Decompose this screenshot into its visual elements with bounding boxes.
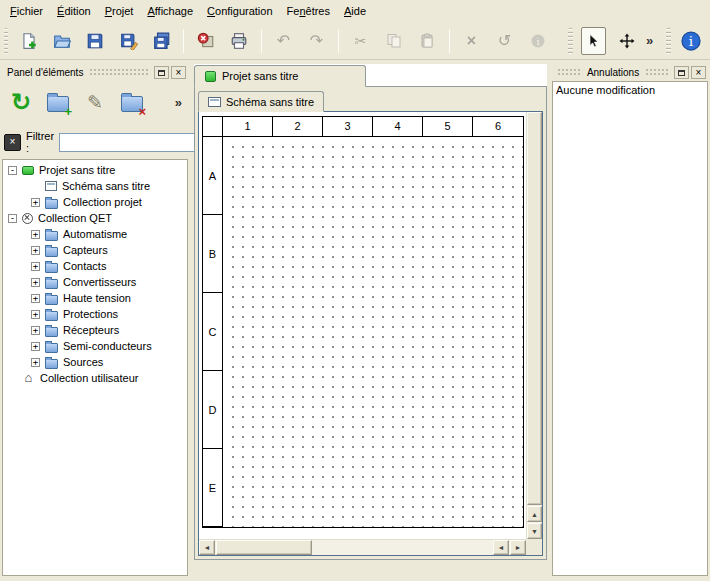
toolbar-handle[interactable] bbox=[568, 28, 572, 54]
scroll-right-button[interactable]: ► bbox=[510, 540, 526, 555]
edit-element-button[interactable]: ✎ bbox=[78, 85, 112, 119]
tree-item-capteurs[interactable]: + Capteurs bbox=[3, 242, 187, 258]
expander-icon[interactable]: - bbox=[8, 166, 17, 175]
tree-item-collection-utilisateur[interactable]: ⌂ Collection utilisateur bbox=[3, 370, 187, 386]
scroll-left-button[interactable]: ◄ bbox=[493, 540, 509, 555]
tree-item-label: Collection projet bbox=[63, 196, 142, 208]
undo-history-list[interactable]: Aucune modification bbox=[552, 81, 708, 576]
mdi-area: Projet sans titre Schéma sans titre 1 bbox=[194, 64, 547, 577]
delete-element-button[interactable]: × bbox=[115, 85, 149, 119]
elements-panel: Panel d'éléments × ↻ + ✎ × bbox=[0, 64, 191, 577]
open-button[interactable] bbox=[50, 27, 75, 55]
rotate-button[interactable]: ↺ bbox=[492, 27, 517, 55]
dock-close-button[interactable]: × bbox=[171, 66, 186, 79]
dock-grip[interactable] bbox=[557, 68, 581, 77]
save-as-button[interactable] bbox=[116, 27, 141, 55]
menu-aide[interactable]: Aide bbox=[337, 1, 373, 21]
menu-label: P bbox=[105, 5, 112, 17]
expander-icon[interactable]: + bbox=[31, 326, 40, 335]
expander-icon[interactable]: + bbox=[31, 342, 40, 351]
tree-item-recepteurs[interactable]: + Récepteurs bbox=[3, 322, 187, 338]
move-tool-button[interactable] bbox=[614, 27, 639, 55]
diagram-sheet[interactable]: 1 2 3 4 5 6 A B C D E bbox=[202, 116, 524, 528]
close-file-icon bbox=[197, 32, 215, 50]
column-label: 2 bbox=[273, 117, 323, 136]
clear-filter-button[interactable]: × bbox=[4, 134, 21, 151]
float-button[interactable] bbox=[154, 66, 169, 79]
dock-close-button[interactable]: × bbox=[691, 66, 706, 79]
scroll-left-icon: ◄ bbox=[498, 544, 505, 551]
undo-button[interactable]: ↶ bbox=[271, 27, 296, 55]
expander-icon[interactable]: + bbox=[31, 310, 40, 319]
copy-button[interactable] bbox=[381, 27, 406, 55]
tree-item-collection-qet[interactable]: - Collection QET bbox=[3, 210, 187, 226]
tree-item-protections[interactable]: + Protections bbox=[3, 306, 187, 322]
menu-projet[interactable]: Projet bbox=[98, 1, 141, 21]
save-button[interactable] bbox=[83, 27, 108, 55]
dock-grip[interactable] bbox=[89, 68, 149, 77]
horizontal-scrollbar[interactable]: ◄ ◄ ► bbox=[199, 539, 526, 555]
filter-input[interactable] bbox=[59, 133, 209, 152]
info-button[interactable]: i bbox=[525, 27, 550, 55]
paste-button[interactable] bbox=[415, 27, 440, 55]
home-icon: ⌂ bbox=[22, 372, 35, 384]
diagram-grid[interactable] bbox=[224, 138, 523, 527]
expander-icon[interactable]: - bbox=[8, 214, 17, 223]
scroll-left-button[interactable]: ◄ bbox=[199, 540, 215, 555]
tree-item-schema[interactable]: Schéma sans titre bbox=[3, 178, 187, 194]
close-file-button[interactable] bbox=[193, 27, 218, 55]
scrollbar-thumb[interactable] bbox=[527, 112, 542, 505]
project-tab[interactable]: Projet sans titre bbox=[194, 65, 366, 87]
undo-empty-item[interactable]: Aucune modification bbox=[556, 84, 704, 96]
new-element-button[interactable]: + bbox=[41, 85, 75, 119]
panel-overflow-chevron[interactable]: » bbox=[175, 95, 186, 110]
main-area: Panel d'éléments × ↻ + ✎ × bbox=[0, 62, 710, 581]
menu-configuration[interactable]: Configuration bbox=[200, 1, 279, 21]
new-file-button[interactable] bbox=[16, 27, 41, 55]
menu-label: A bbox=[147, 5, 154, 17]
filter-row: × Filtrer : bbox=[4, 131, 186, 153]
about-button[interactable]: i bbox=[679, 27, 704, 55]
tree-item-automatisme[interactable]: + Automatisme bbox=[3, 226, 187, 242]
tree-item-sources[interactable]: + Sources bbox=[3, 354, 187, 370]
select-tool-button[interactable] bbox=[581, 27, 606, 55]
expander-icon[interactable]: + bbox=[31, 230, 40, 239]
delete-button[interactable]: × bbox=[459, 27, 484, 55]
toolbar-overflow-chevron[interactable]: » bbox=[643, 33, 656, 48]
expander-icon[interactable]: + bbox=[31, 358, 40, 367]
reload-icon: ↻ bbox=[11, 90, 31, 114]
tree-item-semi-conducteurs[interactable]: + Semi-conducteurs bbox=[3, 338, 187, 354]
menu-affichage[interactable]: Affichage bbox=[140, 1, 200, 21]
expander-icon[interactable]: + bbox=[31, 278, 40, 287]
toolbar-separator bbox=[449, 29, 450, 53]
dock-grip[interactable] bbox=[645, 68, 669, 77]
reload-collections-button[interactable]: ↻ bbox=[4, 85, 38, 119]
tree-item-convertisseurs[interactable]: + Convertisseurs bbox=[3, 274, 187, 290]
menu-fenetres[interactable]: Fenêtres bbox=[280, 1, 337, 21]
select-cursor-icon bbox=[585, 33, 601, 49]
menu-fichier[interactable]: Fichier bbox=[3, 1, 50, 21]
tree-item-collection-projet[interactable]: + Collection projet bbox=[3, 194, 187, 210]
vertical-scrollbar[interactable]: ▲ ▼ bbox=[526, 112, 542, 539]
cut-button[interactable]: ✂ bbox=[348, 27, 373, 55]
scroll-up-button[interactable]: ▲ bbox=[527, 506, 542, 522]
tree-item-projet[interactable]: - Projet sans titre bbox=[3, 162, 187, 178]
expander-icon[interactable]: + bbox=[31, 198, 40, 207]
toolbar-handle[interactable] bbox=[666, 28, 670, 54]
scrollbar-thumb[interactable] bbox=[216, 540, 312, 555]
expander-icon[interactable]: + bbox=[31, 294, 40, 303]
tree-item-contacts[interactable]: + Contacts bbox=[3, 258, 187, 274]
expander-icon[interactable]: + bbox=[31, 262, 40, 271]
menu-edition[interactable]: Édition bbox=[50, 1, 98, 21]
save-all-button[interactable] bbox=[149, 27, 174, 55]
toolbar-handle[interactable] bbox=[4, 28, 8, 54]
print-button[interactable] bbox=[227, 27, 252, 55]
diagram-view[interactable]: 1 2 3 4 5 6 A B C D E bbox=[198, 111, 543, 556]
redo-button[interactable]: ↷ bbox=[304, 27, 329, 55]
save-as-icon bbox=[120, 32, 138, 50]
float-button[interactable] bbox=[674, 66, 689, 79]
scroll-down-button[interactable]: ▼ bbox=[527, 523, 542, 539]
tree-item-haute-tension[interactable]: + Haute tension bbox=[3, 290, 187, 306]
expander-icon[interactable]: + bbox=[31, 246, 40, 255]
schema-tab[interactable]: Schéma sans titre bbox=[198, 91, 324, 112]
